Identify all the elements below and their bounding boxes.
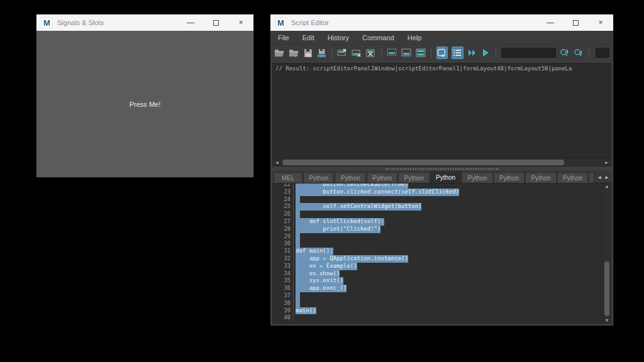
tab-scroll-right-icon[interactable]: ► <box>604 175 609 180</box>
code-lines[interactable]: 22 button.setCheckable(True)23 button.cl… <box>273 183 602 323</box>
menu-help[interactable]: Help <box>408 34 422 41</box>
tab-python-3[interactable]: Python <box>367 172 397 183</box>
code-text <box>296 300 300 307</box>
clear-input-icon[interactable] <box>352 47 362 58</box>
tab-python-9[interactable]: Python <box>557 172 588 183</box>
save-script-to-shelf-icon[interactable] <box>317 47 327 58</box>
line-number: 22 <box>273 183 294 189</box>
menu-history[interactable]: History <box>328 34 349 41</box>
code-text: button.setCheckable(True) <box>296 183 408 189</box>
toolbar-separator <box>589 48 589 58</box>
toolbar-separator <box>431 48 431 58</box>
code-line[interactable]: 39main() <box>273 307 602 315</box>
maximize-button[interactable] <box>563 14 588 31</box>
press-me-button[interactable]: Press Me! <box>36 31 253 177</box>
code-line[interactable]: 40 <box>273 314 602 322</box>
code-input-pane[interactable]: 22 button.setCheckable(True)23 button.cl… <box>272 183 611 324</box>
code-line[interactable]: 25 self.setCentralWidget(button) <box>273 203 602 211</box>
tab-bar: MELPythonPythonPythonPythonPythonPythonP… <box>272 171 611 183</box>
scroll-left-icon[interactable]: ◄ <box>273 160 281 165</box>
minimize-button[interactable]: — <box>178 14 203 31</box>
close-button[interactable]: × <box>588 14 613 31</box>
code-line[interactable]: 23 button.clicked.connect(self.slotClick… <box>273 189 602 196</box>
scroll-down-icon[interactable]: ▼ <box>603 318 611 322</box>
scrollbar-thumb[interactable] <box>282 160 564 165</box>
code-text <box>296 211 300 218</box>
code-line[interactable]: 24 <box>273 196 602 204</box>
code-line[interactable]: 27 def slotClicked(self): <box>273 218 602 226</box>
line-number: 34 <box>273 270 294 278</box>
search-backward-icon[interactable] <box>560 47 570 58</box>
menu-bar: File Edit History Command Help <box>270 31 613 45</box>
code-line[interactable]: 32 app = QApplication.instance() <box>273 255 602 263</box>
clear-all-icon[interactable] <box>366 47 376 58</box>
code-line[interactable]: 22 button.setCheckable(True) <box>273 183 602 189</box>
maya-app-icon: M <box>275 18 286 28</box>
code-text: button.clicked.connect(self.slotClicked) <box>296 189 459 196</box>
line-number: 33 <box>273 263 294 270</box>
history-horizontal-scrollbar[interactable]: ◄ ► <box>272 158 611 167</box>
code-vertical-scrollbar[interactable]: ▲ ▼ <box>602 184 611 323</box>
tab-python-8[interactable]: Python <box>525 172 556 183</box>
splitter-dots <box>386 168 499 170</box>
tab-python-7[interactable]: Python <box>494 172 525 183</box>
signals-titlebar[interactable]: M Signals & Slots — × <box>36 14 253 31</box>
tab-python-5[interactable]: Python <box>430 172 461 183</box>
line-number: 37 <box>273 292 294 300</box>
scroll-up-icon[interactable]: ▲ <box>603 184 611 189</box>
line-number: 31 <box>273 248 294 255</box>
save-script-icon[interactable] <box>303 47 313 58</box>
pane-splitter-handle[interactable] <box>272 167 611 171</box>
show-history-only-icon[interactable] <box>387 47 397 58</box>
code-line[interactable]: 35 sys.exit() <box>273 277 602 285</box>
code-line[interactable]: 28 print("Clicked!") <box>273 226 602 233</box>
echo-all-commands-button[interactable] <box>436 47 448 59</box>
code-line[interactable]: 34 ex.show() <box>273 270 602 278</box>
execute-all-icon[interactable] <box>481 47 491 58</box>
search-input[interactable] <box>501 48 556 58</box>
code-text: self.setCentralWidget(button) <box>296 203 421 211</box>
code-line[interactable]: 29 <box>273 233 602 241</box>
scroll-right-icon[interactable]: ► <box>602 160 611 165</box>
tab-python-1[interactable]: Python <box>303 172 334 183</box>
load-script-icon[interactable] <box>274 47 285 58</box>
scrollbar-thumb[interactable] <box>604 261 609 316</box>
menu-file[interactable]: File <box>278 34 289 41</box>
close-button[interactable]: × <box>228 14 253 31</box>
line-number: 32 <box>273 255 294 263</box>
tab-scroll-left-icon[interactable]: ◄ <box>597 175 602 180</box>
menu-edit[interactable]: Edit <box>303 34 314 41</box>
code-line[interactable]: 36 app.exec_() <box>273 285 602 292</box>
tab-python-4[interactable]: Python <box>398 172 429 183</box>
code-text: main() <box>296 307 316 315</box>
code-line[interactable]: 30 <box>273 240 602 248</box>
show-line-numbers-button[interactable] <box>452 47 463 59</box>
show-input-only-icon[interactable] <box>401 47 412 58</box>
script-editor-titlebar[interactable]: M Script Editor — × <box>270 14 613 31</box>
code-text <box>296 292 300 300</box>
source-script-icon[interactable] <box>289 47 299 58</box>
code-line[interactable]: 37 <box>273 292 602 300</box>
clear-history-icon[interactable] <box>337 47 348 58</box>
tab-mel-0[interactable]: MEL <box>274 172 303 183</box>
desktop: M Signals & Slots — × Press Me! M Script… <box>0 0 644 362</box>
code-line[interactable]: 26 <box>273 211 602 218</box>
search-forward-icon[interactable] <box>574 47 584 58</box>
secondary-input[interactable] <box>596 48 609 58</box>
minimize-button[interactable]: — <box>538 14 563 31</box>
code-text: print("Clicked!") <box>296 226 380 233</box>
execute-icon[interactable] <box>467 47 477 58</box>
code-line[interactable]: 33 ex = Example() <box>273 263 602 270</box>
maximize-button[interactable] <box>203 14 228 31</box>
code-line[interactable]: 38 <box>273 300 602 307</box>
show-both-icon[interactable] <box>416 47 426 58</box>
code-line[interactable]: 31def main(): <box>273 248 602 255</box>
code-text: def slotClicked(self): <box>296 218 384 226</box>
history-pane[interactable]: // Result: scriptEditorPanel1Window|scri… <box>272 63 611 158</box>
tab-python-6[interactable]: Python <box>462 172 492 183</box>
tab-bar-tabs: MELPythonPythonPythonPythonPythonPythonP… <box>274 172 588 183</box>
tab-python-2[interactable]: Python <box>335 172 365 183</box>
menu-command[interactable]: Command <box>362 34 394 41</box>
tab-partial[interactable] <box>589 172 594 183</box>
toolbar <box>270 45 613 61</box>
